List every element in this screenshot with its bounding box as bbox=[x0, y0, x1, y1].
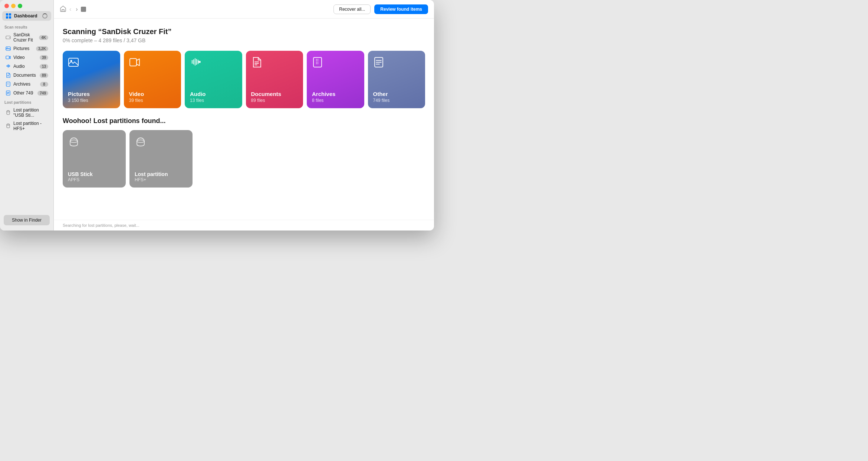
sidebar-item-video-label: Video bbox=[13, 55, 37, 60]
usb-partition-type: APFS bbox=[68, 177, 121, 182]
status-text: Searching for lost partitions, please, w… bbox=[63, 223, 139, 228]
other-card-name: Other bbox=[373, 91, 420, 97]
svg-point-34 bbox=[137, 140, 144, 143]
audio-card-count: 13 files bbox=[190, 98, 237, 103]
svg-point-33 bbox=[70, 140, 78, 143]
sidebar-item-lost-partition-usb[interactable]: Lost partition "USB Sti... bbox=[1, 106, 52, 119]
sidebar-item-audio-badge: 13 bbox=[40, 64, 48, 69]
archives-card-icon bbox=[312, 57, 359, 70]
file-card-archives[interactable]: Archives 8 files bbox=[307, 51, 364, 108]
lost-partitions-title: Woohoo! Lost partitions found... bbox=[63, 117, 425, 125]
archives-card-name: Archives bbox=[312, 91, 359, 97]
sidebar-item-lost-partition-hfs[interactable]: Lost partition - HFS+ bbox=[1, 119, 52, 133]
dashboard-icon bbox=[6, 13, 11, 19]
svg-point-20 bbox=[198, 61, 201, 63]
topbar-actions: Recover all... Review found items bbox=[333, 4, 428, 14]
picture-icon bbox=[5, 46, 11, 52]
sidebar-item-sandisk-label: SanDisk Cruzer Fit bbox=[13, 32, 37, 43]
pictures-card-icon bbox=[68, 57, 115, 70]
sidebar-item-sandisk-badge: 4K bbox=[39, 35, 48, 40]
video-icon bbox=[5, 54, 11, 60]
titlebar bbox=[0, 0, 53, 11]
document-icon bbox=[5, 72, 11, 78]
sidebar-item-archives[interactable]: Archives 8 bbox=[1, 80, 52, 89]
lost-partition-icon bbox=[135, 136, 187, 150]
sidebar-item-sandisk[interactable]: SanDisk Cruzer Fit 4K bbox=[1, 31, 52, 44]
other-card-count: 749 files bbox=[373, 98, 420, 103]
lost-partition-type: HFS+ bbox=[135, 177, 187, 182]
sidebar-item-audio-label: Audio bbox=[13, 64, 37, 69]
partition-card-usb[interactable]: USB Stick APFS bbox=[63, 130, 126, 188]
sidebar-item-other-label: Other 749 bbox=[13, 90, 35, 96]
home-icon[interactable] bbox=[60, 5, 66, 13]
sidebar-item-pictures[interactable]: Pictures 3,2K bbox=[1, 44, 52, 53]
archives-card-count: 8 files bbox=[312, 98, 359, 103]
sidebar-item-archives-label: Archives bbox=[13, 82, 38, 87]
close-button[interactable] bbox=[4, 4, 9, 8]
stop-button[interactable] bbox=[81, 7, 86, 12]
sidebar-item-lost-partition-hfs-label: Lost partition - HFS+ bbox=[13, 121, 48, 131]
svg-rect-19 bbox=[130, 59, 137, 66]
sidebar-item-video-badge: 39 bbox=[40, 55, 48, 60]
loading-spinner bbox=[42, 13, 47, 19]
sidebar-item-video[interactable]: Video 39 bbox=[1, 53, 52, 62]
dashboard-label: Dashboard bbox=[14, 13, 37, 19]
sidebar-item-audio[interactable]: Audio 13 bbox=[1, 62, 52, 71]
content-area: Scanning “SanDisk Cruzer Fit” 0% complet… bbox=[54, 19, 434, 220]
file-card-audio[interactable]: Audio 13 files bbox=[185, 51, 242, 108]
forward-button[interactable]: › bbox=[74, 5, 79, 13]
sidebar-item-pictures-label: Pictures bbox=[13, 46, 34, 51]
sidebar-item-pictures-badge: 3,2K bbox=[36, 46, 48, 51]
review-found-items-button[interactable]: Review found items bbox=[374, 4, 428, 14]
video-card-icon bbox=[129, 57, 176, 70]
sidebar-item-other-badge: 749 bbox=[37, 91, 48, 96]
status-bar: Searching for lost partitions, please, w… bbox=[54, 220, 434, 230]
partition-drive-icon-1 bbox=[5, 110, 11, 116]
pictures-card-name: Pictures bbox=[68, 91, 115, 97]
sidebar-item-documents-label: Documents bbox=[13, 73, 37, 78]
audio-card-name: Audio bbox=[190, 91, 237, 97]
drive-icon bbox=[5, 34, 11, 40]
sidebar-item-documents[interactable]: Documents 89 bbox=[1, 71, 52, 80]
usb-partition-icon bbox=[68, 136, 121, 150]
sidebar-item-other[interactable]: Other 749 749 bbox=[1, 89, 52, 97]
documents-card-count: 89 files bbox=[251, 98, 298, 103]
svg-point-15 bbox=[7, 111, 10, 112]
sidebar-item-documents-badge: 89 bbox=[40, 73, 48, 78]
pictures-card-count: 3 150 files bbox=[68, 98, 115, 103]
svg-point-1 bbox=[9, 37, 10, 38]
back-button[interactable]: ‹ bbox=[68, 5, 73, 13]
video-card-name: Video bbox=[129, 91, 176, 97]
partition-card-lost[interactable]: Lost partition HFS+ bbox=[129, 130, 193, 188]
lost-partitions-section-label: Lost partitions bbox=[0, 97, 53, 106]
svg-rect-7 bbox=[6, 82, 10, 86]
dashboard-button[interactable]: Dashboard bbox=[2, 11, 51, 21]
maximize-button[interactable] bbox=[18, 4, 22, 8]
archive-icon bbox=[5, 81, 11, 87]
show-finder-button[interactable]: Show in Finder bbox=[4, 215, 50, 225]
documents-card-icon bbox=[251, 57, 298, 70]
topbar: ‹ › Recover all... Review found items bbox=[54, 0, 434, 19]
sidebar-item-lost-partition-usb-label: Lost partition "USB Sti... bbox=[13, 107, 48, 118]
sidebar: Dashboard Scan results SanDisk Cruzer Fi… bbox=[0, 0, 54, 230]
file-card-documents[interactable]: Documents 89 files bbox=[246, 51, 303, 108]
svg-point-16 bbox=[7, 125, 10, 126]
file-card-other[interactable]: Other 749 files bbox=[368, 51, 425, 108]
nav-buttons: ‹ › bbox=[60, 5, 86, 13]
audio-card-icon bbox=[190, 57, 237, 70]
sidebar-item-archives-badge: 8 bbox=[40, 82, 48, 87]
usb-partition-name: USB Stick bbox=[68, 171, 121, 177]
file-card-pictures[interactable]: Pictures 3 150 files bbox=[63, 51, 120, 108]
partition-drive-icon-2 bbox=[5, 123, 11, 129]
other-icon bbox=[5, 90, 11, 96]
file-card-video[interactable]: Video 39 files bbox=[124, 51, 181, 108]
file-type-cards: Pictures 3 150 files Video 39 files bbox=[63, 51, 425, 108]
documents-card-name: Documents bbox=[251, 91, 298, 97]
partition-cards: USB Stick APFS Lost partition HFS+ bbox=[63, 130, 425, 188]
minimize-button[interactable] bbox=[11, 4, 16, 8]
svg-rect-4 bbox=[6, 56, 9, 59]
main-content: ‹ › Recover all... Review found items Sc… bbox=[54, 0, 434, 230]
recover-all-button[interactable]: Recover all... bbox=[333, 4, 371, 14]
audio-icon bbox=[5, 63, 11, 69]
video-card-count: 39 files bbox=[129, 98, 176, 103]
